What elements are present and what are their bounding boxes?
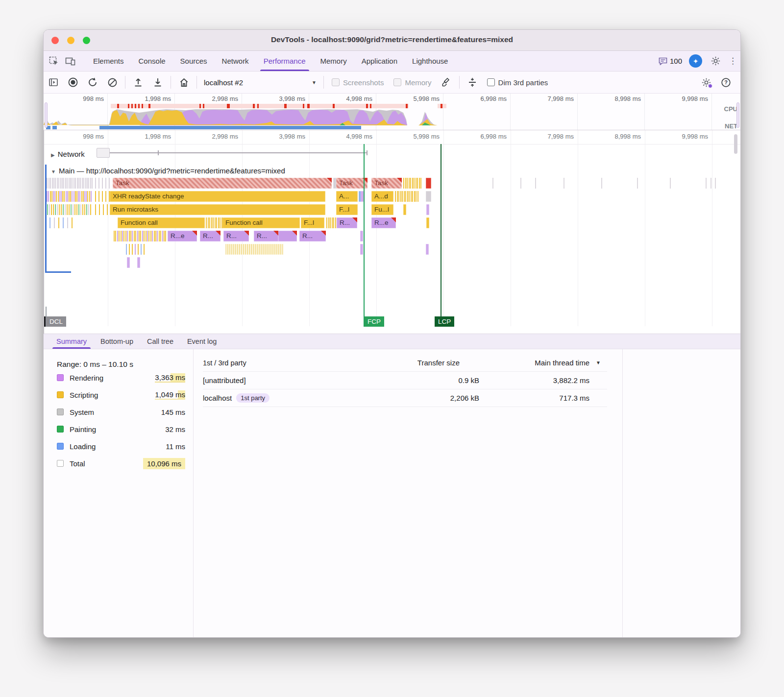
long-task-mark [370,104,371,108]
tab-performance[interactable]: Performance [256,51,313,71]
flame-bar[interactable] [278,231,297,241]
legend-row[interactable]: Scripting1,049 ms [57,390,185,400]
flame-bar[interactable] [360,231,363,241]
save-profile-icon[interactable] [150,75,165,90]
screenshots-checkbox[interactable]: Screenshots [332,78,384,87]
col-transfer-size[interactable]: Transfer size [354,359,479,367]
collapse-main-track-icon[interactable]: ▼ [51,169,56,174]
flame-bar[interactable] [225,244,283,255]
expand-network-track-icon[interactable]: ▶ [51,152,55,158]
flame-bar[interactable]: R...e [371,217,396,228]
overview-left-handle[interactable] [45,102,48,128]
ai-assistance-button[interactable]: ✦ [689,54,702,68]
tab-elements[interactable]: Elements [86,51,131,71]
party-table-header[interactable]: 1st / 3rd party Transfer size Main threa… [203,354,607,372]
flame-bar[interactable]: F...l [301,217,324,228]
flame-bar[interactable]: R... [200,231,220,241]
selection-bracket[interactable] [45,165,47,271]
load-profile-icon[interactable] [131,75,146,90]
tab-network[interactable]: Network [215,51,256,71]
legend-row[interactable]: System145 ms [57,407,185,417]
tab-sources[interactable]: Sources [173,51,215,71]
flame-bar[interactable]: Task [336,178,368,189]
capture-settings-gear-icon[interactable] [699,75,713,90]
flame-bar[interactable]: XHR readyState change [110,191,325,202]
flame-bar[interactable] [426,217,429,228]
tab-application[interactable]: Application [354,51,405,71]
memory-checkbox[interactable]: Memory [393,78,431,87]
device-toolbar-icon[interactable] [64,55,77,68]
show-sidebar-toggle-icon[interactable] [46,75,61,90]
home-icon[interactable] [176,75,191,90]
flame-bar[interactable]: R... [337,217,357,228]
inspect-element-icon[interactable] [48,55,60,68]
clear-button[interactable] [105,75,120,90]
more-options-menu-icon[interactable]: ⋮ [729,60,734,62]
flame-bar[interactable]: R... [223,231,249,241]
details-tab-summary[interactable]: Summary [49,334,94,349]
table-row[interactable]: [unattributed]0.9 kB3,882.2 ms [203,372,607,389]
flame-bar[interactable]: R...e [168,231,197,241]
details-tab-call-tree[interactable]: Call tree [140,334,180,349]
flame-bar[interactable] [403,204,406,215]
flame-scrollbar-thumb[interactable] [734,134,737,154]
flame-bar[interactable]: R... [299,231,326,241]
details-tab-bottom-up[interactable]: Bottom-up [94,334,140,349]
flame-bar[interactable] [137,257,140,268]
memory-checkbox-box[interactable] [393,78,401,86]
legend-row[interactable]: Total10,096 ms [57,458,185,468]
history-dropdown[interactable]: localhost #2 ▼ [204,78,317,87]
screenshots-checkbox-box[interactable] [332,78,340,86]
lcp-badge[interactable]: LCP [435,316,454,327]
col-party[interactable]: 1st / 3rd party [203,359,354,367]
overview-right-handle[interactable] [736,102,739,128]
fcp-badge[interactable]: FCP [364,316,384,327]
flame-bar[interactable] [426,204,429,215]
network-request-bar[interactable] [97,148,110,158]
flame-bar[interactable]: F...l [336,204,358,215]
flame-bar[interactable] [426,178,431,189]
network-track-header[interactable]: ▶Network [51,150,85,158]
flame-bar[interactable]: R... [254,231,278,241]
collapse-sections-icon[interactable] [465,75,480,90]
legend-row[interactable]: Rendering3,363 ms [57,373,185,383]
long-task-mark [142,104,143,108]
details-tab-event-log[interactable]: Event log [180,334,223,349]
dcl-badge[interactable]: DCL [46,316,66,327]
issues-badge[interactable]: 100 [659,57,682,65]
dim-3rd-parties-checkbox[interactable]: Dim 3rd parties [487,78,548,87]
micro-task-tick [62,191,63,202]
issues-icon [659,57,667,65]
flame-bar[interactable] [360,244,363,255]
flame-chart[interactable]: 998 ms1,998 ms2,998 ms3,998 ms4,998 ms5,… [44,130,740,334]
dim-3rd-parties-checkbox-box[interactable] [487,78,495,86]
flame-bar[interactable]: Function call [118,217,205,228]
flame-bar[interactable]: A... [336,191,358,202]
flame-bar[interactable]: Task [371,178,402,189]
long-task-triangle-icon [327,178,332,183]
record-and-reload-button[interactable] [85,75,100,90]
flame-bar[interactable]: Fu...l [371,204,393,215]
record-button[interactable] [66,75,80,90]
flame-bar[interactable] [426,244,429,255]
selection-bracket-foot[interactable] [45,271,71,273]
tab-console[interactable]: Console [131,51,173,71]
flame-bar[interactable] [426,191,431,202]
table-row[interactable]: localhost1st party2,206 kB717.3 ms [203,389,607,407]
sort-arrow-icon[interactable]: ▼ [589,360,607,365]
flame-bar[interactable]: Run microtasks [110,204,325,215]
collect-garbage-icon[interactable] [439,75,454,90]
help-icon[interactable]: ? [718,75,733,90]
main-track-header[interactable]: ▼Main — http://localhost:9090/grid?metri… [51,167,285,175]
flame-bar[interactable]: Task [113,178,332,189]
tab-lighthouse[interactable]: Lighthouse [405,51,455,71]
timeline-overview[interactable]: 998 ms1,998 ms2,998 ms3,998 ms4,998 ms5,… [44,94,740,130]
flame-bar[interactable] [127,257,130,268]
flame-bar[interactable]: Function call [222,217,300,228]
tab-memory[interactable]: Memory [313,51,354,71]
col-main-thread-time[interactable]: Main thread time [479,359,589,367]
flame-bar[interactable]: A...d [371,191,393,202]
legend-row[interactable]: Loading11 ms [57,441,185,451]
settings-gear-icon[interactable] [709,55,722,68]
legend-row[interactable]: Painting32 ms [57,424,185,434]
